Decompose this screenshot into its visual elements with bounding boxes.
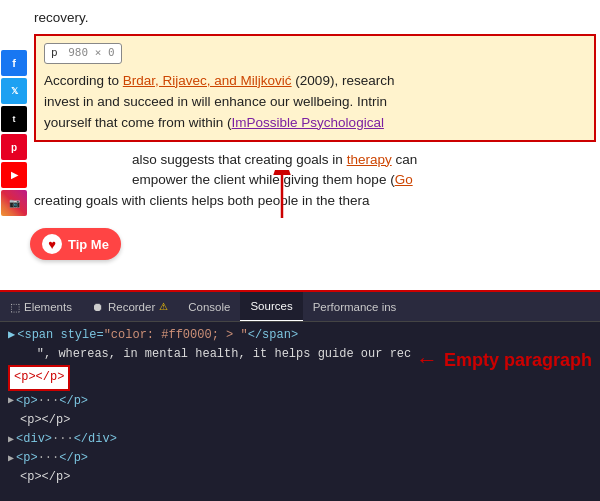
up-arrow [262, 170, 322, 226]
code-line-p3: ▶ <p> ··· </p> [0, 449, 600, 468]
highlighted-paragraph-block: p 980 × 0 According to Brdar, Rijavec, a… [34, 34, 596, 141]
paragraph-label-row: p 980 × 0 [44, 42, 586, 67]
social-sidebar: f 𝕏 t p ▶ 📷 [0, 0, 28, 290]
para-text-line2: invest in and succeed in will enhance ou… [44, 92, 586, 113]
youtube-icon[interactable]: ▶ [1, 162, 27, 188]
tiktok-icon[interactable]: t [1, 106, 27, 132]
devtools-panel: ⬚ Elements ⏺ Recorder ⚠ Console Sources … [0, 290, 600, 501]
twitter-icon[interactable]: 𝕏 [1, 78, 27, 104]
tab-recorder[interactable]: ⏺ Recorder ⚠ [82, 292, 178, 322]
recorder-warning-icon: ⚠ [159, 292, 168, 322]
performance-tab-label: Performance ins [313, 292, 397, 322]
link-impossible[interactable]: ImPossible Psychological [232, 115, 384, 130]
annotation-area: ← Empty paragraph [416, 347, 592, 373]
link-go[interactable]: Go [395, 172, 413, 187]
empty-p-element: <p></p> [8, 365, 70, 390]
pinterest-icon[interactable]: p [1, 134, 27, 160]
code-line-p1: ▶ <p> ··· </p> [0, 392, 600, 411]
elements-icon: ⬚ [10, 292, 20, 322]
console-tab-label: Console [188, 292, 230, 322]
tab-performance[interactable]: Performance ins [303, 292, 407, 322]
tab-elements[interactable]: ⬚ Elements [0, 292, 82, 322]
code-line-span: ▶ <span style= "color: #ff0000; > " </sp… [0, 326, 600, 345]
link-brdar[interactable]: Brdar, Rijavec, and Miljković [123, 73, 292, 88]
recovery-text: recovery. [34, 10, 89, 25]
tab-sources[interactable]: Sources [240, 292, 302, 322]
element-label: p 980 × 0 [44, 43, 122, 64]
para-text-line3: yourself that come from within (ImPossib… [44, 113, 586, 134]
recorder-icon: ⏺ [92, 292, 104, 322]
devtools-tabs: ⬚ Elements ⏺ Recorder ⚠ Console Sources … [0, 292, 600, 322]
code-line-div: ▶ <div> ··· </div> [0, 430, 600, 449]
page-text: recovery. p 980 × 0 According to Brdar, … [30, 0, 600, 220]
sources-tab-label: Sources [250, 292, 292, 321]
recorder-tab-label: Recorder [108, 292, 155, 322]
tip-me-heart-icon: ♥ [42, 234, 62, 254]
annotation-label: Empty paragraph [444, 350, 592, 371]
tab-console[interactable]: Console [178, 292, 240, 322]
link-therapy[interactable]: therapy [347, 152, 392, 167]
annotation-arrow-icon: ← [416, 347, 438, 373]
tip-me-label: Tip Me [68, 237, 109, 252]
tip-me-button[interactable]: ♥ Tip Me [30, 228, 121, 260]
para-text-line1: According to Brdar, Rijavec, and Miljkov… [44, 71, 586, 92]
code-line-p2: <p></p> [0, 411, 600, 430]
also-line1: also suggests that creating goals in the… [34, 150, 596, 171]
instagram-icon[interactable]: 📷 [1, 190, 27, 216]
facebook-icon[interactable]: f [1, 50, 27, 76]
elements-tab-label: Elements [24, 292, 72, 322]
recovery-line: recovery. [34, 8, 596, 28]
code-line-p4: <p></p> [0, 468, 600, 487]
